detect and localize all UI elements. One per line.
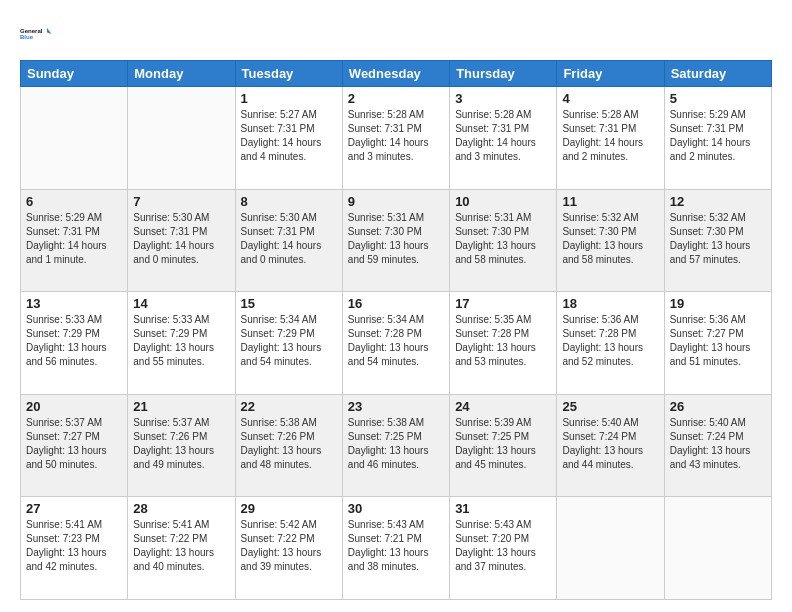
day-number: 18 [562, 296, 658, 311]
day-number: 21 [133, 399, 229, 414]
calendar-cell: 10Sunrise: 5:31 AM Sunset: 7:30 PM Dayli… [450, 189, 557, 292]
calendar-cell: 1Sunrise: 5:27 AM Sunset: 7:31 PM Daylig… [235, 87, 342, 190]
calendar-cell: 15Sunrise: 5:34 AM Sunset: 7:29 PM Dayli… [235, 292, 342, 395]
day-number: 20 [26, 399, 122, 414]
day-info: Sunrise: 5:38 AM Sunset: 7:25 PM Dayligh… [348, 416, 444, 472]
weekday-header-thursday: Thursday [450, 61, 557, 87]
calendar-cell: 5Sunrise: 5:29 AM Sunset: 7:31 PM Daylig… [664, 87, 771, 190]
day-number: 16 [348, 296, 444, 311]
day-number: 15 [241, 296, 337, 311]
calendar-cell: 23Sunrise: 5:38 AM Sunset: 7:25 PM Dayli… [342, 394, 449, 497]
calendar-cell: 4Sunrise: 5:28 AM Sunset: 7:31 PM Daylig… [557, 87, 664, 190]
day-info: Sunrise: 5:41 AM Sunset: 7:22 PM Dayligh… [133, 518, 229, 574]
day-number: 19 [670, 296, 766, 311]
day-info: Sunrise: 5:37 AM Sunset: 7:27 PM Dayligh… [26, 416, 122, 472]
svg-marker-2 [47, 28, 51, 34]
header: GeneralBlue [20, 18, 772, 50]
calendar-cell: 25Sunrise: 5:40 AM Sunset: 7:24 PM Dayli… [557, 394, 664, 497]
calendar-week-1: 1Sunrise: 5:27 AM Sunset: 7:31 PM Daylig… [21, 87, 772, 190]
day-number: 5 [670, 91, 766, 106]
day-info: Sunrise: 5:36 AM Sunset: 7:27 PM Dayligh… [670, 313, 766, 369]
day-number: 7 [133, 194, 229, 209]
calendar-cell [557, 497, 664, 600]
day-number: 24 [455, 399, 551, 414]
day-info: Sunrise: 5:31 AM Sunset: 7:30 PM Dayligh… [455, 211, 551, 267]
calendar-cell: 29Sunrise: 5:42 AM Sunset: 7:22 PM Dayli… [235, 497, 342, 600]
calendar-cell: 26Sunrise: 5:40 AM Sunset: 7:24 PM Dayli… [664, 394, 771, 497]
calendar-cell: 22Sunrise: 5:38 AM Sunset: 7:26 PM Dayli… [235, 394, 342, 497]
weekday-header-row: SundayMondayTuesdayWednesdayThursdayFrid… [21, 61, 772, 87]
day-number: 30 [348, 501, 444, 516]
day-number: 23 [348, 399, 444, 414]
day-info: Sunrise: 5:27 AM Sunset: 7:31 PM Dayligh… [241, 108, 337, 164]
day-info: Sunrise: 5:34 AM Sunset: 7:29 PM Dayligh… [241, 313, 337, 369]
calendar-cell: 18Sunrise: 5:36 AM Sunset: 7:28 PM Dayli… [557, 292, 664, 395]
day-info: Sunrise: 5:43 AM Sunset: 7:20 PM Dayligh… [455, 518, 551, 574]
day-number: 17 [455, 296, 551, 311]
day-info: Sunrise: 5:28 AM Sunset: 7:31 PM Dayligh… [455, 108, 551, 164]
day-number: 29 [241, 501, 337, 516]
day-info: Sunrise: 5:33 AM Sunset: 7:29 PM Dayligh… [26, 313, 122, 369]
calendar-week-5: 27Sunrise: 5:41 AM Sunset: 7:23 PM Dayli… [21, 497, 772, 600]
calendar-cell: 3Sunrise: 5:28 AM Sunset: 7:31 PM Daylig… [450, 87, 557, 190]
calendar-cell: 12Sunrise: 5:32 AM Sunset: 7:30 PM Dayli… [664, 189, 771, 292]
day-info: Sunrise: 5:29 AM Sunset: 7:31 PM Dayligh… [670, 108, 766, 164]
day-number: 1 [241, 91, 337, 106]
day-info: Sunrise: 5:30 AM Sunset: 7:31 PM Dayligh… [241, 211, 337, 267]
day-info: Sunrise: 5:32 AM Sunset: 7:30 PM Dayligh… [562, 211, 658, 267]
logo: GeneralBlue [20, 18, 54, 50]
day-info: Sunrise: 5:28 AM Sunset: 7:31 PM Dayligh… [348, 108, 444, 164]
calendar-cell [21, 87, 128, 190]
day-number: 27 [26, 501, 122, 516]
day-number: 10 [455, 194, 551, 209]
calendar-cell: 2Sunrise: 5:28 AM Sunset: 7:31 PM Daylig… [342, 87, 449, 190]
calendar-cell: 20Sunrise: 5:37 AM Sunset: 7:27 PM Dayli… [21, 394, 128, 497]
calendar-week-4: 20Sunrise: 5:37 AM Sunset: 7:27 PM Dayli… [21, 394, 772, 497]
calendar-cell: 7Sunrise: 5:30 AM Sunset: 7:31 PM Daylig… [128, 189, 235, 292]
calendar-cell: 11Sunrise: 5:32 AM Sunset: 7:30 PM Dayli… [557, 189, 664, 292]
day-number: 8 [241, 194, 337, 209]
day-number: 31 [455, 501, 551, 516]
calendar-cell: 8Sunrise: 5:30 AM Sunset: 7:31 PM Daylig… [235, 189, 342, 292]
calendar-cell: 13Sunrise: 5:33 AM Sunset: 7:29 PM Dayli… [21, 292, 128, 395]
day-number: 6 [26, 194, 122, 209]
calendar-cell: 19Sunrise: 5:36 AM Sunset: 7:27 PM Dayli… [664, 292, 771, 395]
day-number: 4 [562, 91, 658, 106]
weekday-header-saturday: Saturday [664, 61, 771, 87]
day-info: Sunrise: 5:37 AM Sunset: 7:26 PM Dayligh… [133, 416, 229, 472]
calendar-cell: 9Sunrise: 5:31 AM Sunset: 7:30 PM Daylig… [342, 189, 449, 292]
svg-text:Blue: Blue [20, 34, 34, 40]
calendar-cell: 24Sunrise: 5:39 AM Sunset: 7:25 PM Dayli… [450, 394, 557, 497]
calendar-cell: 17Sunrise: 5:35 AM Sunset: 7:28 PM Dayli… [450, 292, 557, 395]
day-info: Sunrise: 5:34 AM Sunset: 7:28 PM Dayligh… [348, 313, 444, 369]
day-info: Sunrise: 5:43 AM Sunset: 7:21 PM Dayligh… [348, 518, 444, 574]
calendar-cell [664, 497, 771, 600]
weekday-header-monday: Monday [128, 61, 235, 87]
calendar-cell: 6Sunrise: 5:29 AM Sunset: 7:31 PM Daylig… [21, 189, 128, 292]
day-number: 25 [562, 399, 658, 414]
day-info: Sunrise: 5:29 AM Sunset: 7:31 PM Dayligh… [26, 211, 122, 267]
day-info: Sunrise: 5:35 AM Sunset: 7:28 PM Dayligh… [455, 313, 551, 369]
day-number: 11 [562, 194, 658, 209]
calendar-cell: 14Sunrise: 5:33 AM Sunset: 7:29 PM Dayli… [128, 292, 235, 395]
weekday-header-tuesday: Tuesday [235, 61, 342, 87]
calendar-cell: 30Sunrise: 5:43 AM Sunset: 7:21 PM Dayli… [342, 497, 449, 600]
calendar-cell: 27Sunrise: 5:41 AM Sunset: 7:23 PM Dayli… [21, 497, 128, 600]
calendar-cell: 31Sunrise: 5:43 AM Sunset: 7:20 PM Dayli… [450, 497, 557, 600]
day-number: 9 [348, 194, 444, 209]
calendar-cell: 21Sunrise: 5:37 AM Sunset: 7:26 PM Dayli… [128, 394, 235, 497]
day-info: Sunrise: 5:32 AM Sunset: 7:30 PM Dayligh… [670, 211, 766, 267]
calendar-week-2: 6Sunrise: 5:29 AM Sunset: 7:31 PM Daylig… [21, 189, 772, 292]
day-number: 14 [133, 296, 229, 311]
calendar-cell [128, 87, 235, 190]
day-info: Sunrise: 5:36 AM Sunset: 7:28 PM Dayligh… [562, 313, 658, 369]
day-number: 22 [241, 399, 337, 414]
day-info: Sunrise: 5:33 AM Sunset: 7:29 PM Dayligh… [133, 313, 229, 369]
day-info: Sunrise: 5:41 AM Sunset: 7:23 PM Dayligh… [26, 518, 122, 574]
day-info: Sunrise: 5:30 AM Sunset: 7:31 PM Dayligh… [133, 211, 229, 267]
calendar-week-3: 13Sunrise: 5:33 AM Sunset: 7:29 PM Dayli… [21, 292, 772, 395]
day-number: 26 [670, 399, 766, 414]
calendar-cell: 28Sunrise: 5:41 AM Sunset: 7:22 PM Dayli… [128, 497, 235, 600]
day-info: Sunrise: 5:40 AM Sunset: 7:24 PM Dayligh… [562, 416, 658, 472]
day-info: Sunrise: 5:31 AM Sunset: 7:30 PM Dayligh… [348, 211, 444, 267]
